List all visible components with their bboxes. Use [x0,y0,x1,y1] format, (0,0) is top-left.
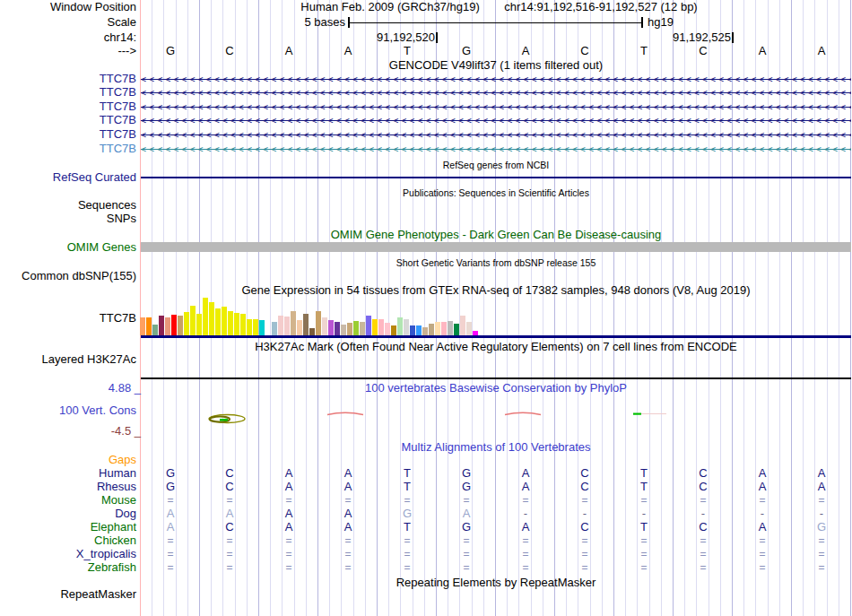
multiz-species-label[interactable]: X_tropicalis [76,548,136,560]
gencode-gene-label[interactable]: TTC7B [100,73,136,85]
publications-track-title[interactable]: Publications: Sequences in Scientific Ar… [141,187,851,198]
gtex-bar[interactable] [234,313,239,335]
gencode-gene-row[interactable]: <<<<<<<<<<<<<<<<<<<<<<<<<<<<<<<<<<<<<<<<… [141,116,851,126]
gencode-gene-label[interactable]: TTC7B [100,86,136,99]
sequences-label[interactable]: Sequences [78,199,136,212]
gtex-bar[interactable] [272,322,277,335]
gtex-bar[interactable] [303,314,309,335]
omim-track-title[interactable]: OMIM Gene Phenotypes - Dark Green Can Be… [141,229,851,241]
gtex-bar[interactable] [416,325,422,335]
snps-label[interactable]: SNPs [107,213,136,225]
dbsnp-label[interactable]: Common dbSNP(155) [22,270,136,282]
gtex-bar[interactable] [366,316,371,335]
gtex-bar[interactable] [278,316,283,335]
omim-gene-bar[interactable] [141,242,851,252]
multiz-species-label[interactable]: Elephant [91,521,136,534]
multiz-species-label[interactable]: Human [99,467,136,480]
gtex-bar[interactable] [247,319,252,335]
h3k27ac-label[interactable]: Layered H3K27Ac [41,353,136,366]
gtex-bar[interactable] [291,311,296,335]
alignment-base: C [674,481,733,493]
gtex-bar[interactable] [178,316,183,335]
gtex-bar[interactable] [422,327,428,335]
gtex-bar[interactable] [284,317,290,335]
gtex-bar[interactable] [316,311,321,335]
multiz-species-label[interactable]: Rhesus [97,481,136,493]
gtex-bar[interactable] [454,324,459,335]
gencode-gene-label[interactable]: TTC7B [100,128,136,141]
gtex-bar[interactable] [353,321,359,335]
gtex-bar[interactable] [441,322,447,335]
gtex-bar[interactable] [228,311,233,335]
gtex-bar[interactable] [159,316,164,335]
dbsnp-track-title[interactable]: Short Genetic Variants from dbSNP releas… [141,257,851,268]
multiz-gaps-label[interactable]: Gaps [109,454,136,466]
gtex-bar[interactable] [460,316,465,335]
gtex-bar[interactable] [190,306,196,335]
gtex-bar[interactable] [372,319,378,335]
gencode-gene-row[interactable]: <<<<<<<<<<<<<<<<<<<<<<<<<<<<<<<<<<<<<<<<… [141,74,851,84]
cons-track-title[interactable]: 100 vertebrates Basewise Conservation by… [141,382,851,395]
refseq-curated-label[interactable]: RefSeq Curated [53,171,136,184]
gtex-gene-label[interactable]: TTC7B [100,312,136,325]
gencode-gene-row[interactable]: <<<<<<<<<<<<<<<<<<<<<<<<<<<<<<<<<<<<<<<<… [141,102,851,112]
gtex-bar[interactable] [203,298,208,335]
gtex-bar[interactable] [404,319,409,335]
gencode-gene-row[interactable]: <<<<<<<<<<<<<<<<<<<<<<<<<<<<<<<<<<<<<<<<… [141,144,851,154]
gtex-bar[interactable] [240,314,246,335]
h3k27ac-baseline[interactable] [141,377,851,379]
strand-arrow-label[interactable]: ---> [117,45,136,57]
multiz-species-label[interactable]: Zebrafish [88,561,136,574]
gtex-bar[interactable] [335,322,340,335]
gtex-bar[interactable] [140,317,145,335]
gencode-gene-label[interactable]: TTC7B [100,143,136,155]
gtex-bar[interactable] [448,321,453,335]
repeatmasker-label[interactable]: RepeatMasker [60,588,136,601]
refseq-gene-line[interactable] [141,177,851,178]
gtex-bar[interactable] [322,317,327,335]
phylop-wiggle-marks[interactable] [141,403,851,439]
gtex-bar[interactable] [385,323,390,335]
cons-label[interactable]: 100 Vert. Cons [59,404,136,417]
gencode-gene-row[interactable]: <<<<<<<<<<<<<<<<<<<<<<<<<<<<<<<<<<<<<<<<… [141,130,851,140]
gtex-bar[interactable] [253,319,258,335]
gtex-bar[interactable] [347,323,352,335]
alignment-base: T [378,521,437,534]
gtex-bar[interactable] [171,315,177,335]
gtex-bar[interactable] [309,328,315,335]
multiz-species-label[interactable]: Dog [115,508,136,520]
gencode-gene-row[interactable]: <<<<<<<<<<<<<<<<<<<<<<<<<<<<<<<<<<<<<<<<… [141,88,851,98]
gtex-bar[interactable] [341,325,346,335]
gtex-bar[interactable] [410,325,415,335]
multiz-species-label[interactable]: Mouse [101,494,136,507]
alignment-base: A [496,467,555,480]
gtex-bar[interactable] [397,317,403,335]
gencode-gene-label[interactable]: TTC7B [100,100,136,113]
multiz-track-title[interactable]: Multiz Alignments of 100 Vertebrates [141,441,851,454]
gtex-bar[interactable] [165,317,170,335]
multiz-species-label[interactable]: Chicken [94,534,136,547]
repeatmasker-track-title[interactable]: Repeating Elements by RepeatMasker [141,577,851,589]
gtex-bar[interactable] [429,324,434,335]
gtex-bar[interactable] [184,312,189,335]
gtex-bar[interactable] [209,302,214,335]
h3k27ac-track-title[interactable]: H3K27Ac Mark (Often Found Near Active Re… [141,341,851,353]
refseq-track-title[interactable]: RefSeq genes from NCBI [141,160,851,170]
gtex-bar[interactable] [297,320,302,335]
gtex-bar[interactable] [215,308,221,335]
gtex-bar[interactable] [435,322,440,335]
gtex-bar[interactable] [391,325,396,335]
gtex-bar[interactable] [378,319,384,335]
gtex-bar[interactable] [222,307,227,335]
gtex-bar[interactable] [466,322,472,335]
omim-genes-label[interactable]: OMIM Genes [67,241,136,254]
gencode-gene-label[interactable]: TTC7B [100,114,136,126]
gtex-bar[interactable] [360,322,365,335]
gtex-track-title[interactable]: Gene Expression in 54 tissues from GTEx … [141,284,851,297]
gtex-bar[interactable] [328,320,334,335]
gencode-track-title[interactable]: GENCODE V49lift37 (1 items filtered out) [141,59,851,72]
gtex-bar[interactable] [196,314,202,335]
gtex-bar[interactable] [146,317,152,335]
gtex-bar[interactable] [259,320,265,335]
gtex-bar[interactable] [152,325,158,335]
